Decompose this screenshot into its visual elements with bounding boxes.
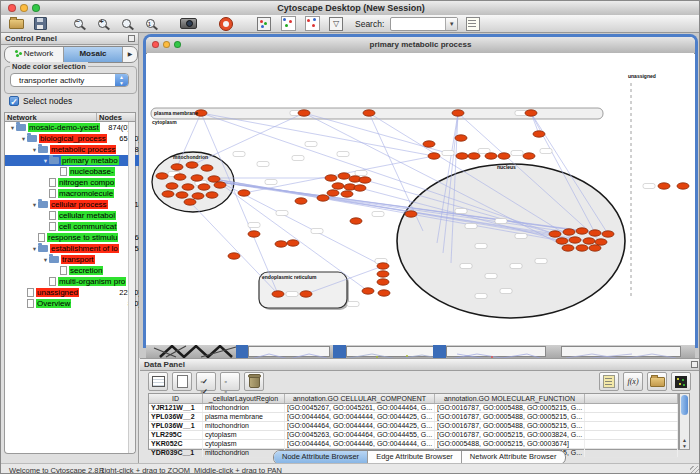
search-input[interactable]: ▼ (390, 17, 458, 31)
help-button[interactable] (217, 17, 235, 31)
network-node[interactable] (275, 241, 287, 247)
network-node[interactable] (533, 131, 545, 137)
network-node[interactable] (162, 191, 174, 197)
function-builder-button[interactable]: f(x) (623, 372, 643, 391)
network-node[interactable] (576, 245, 588, 251)
network-node[interactable] (468, 153, 480, 159)
zoom-selected-button[interactable] (117, 17, 135, 31)
open-session-button[interactable] (7, 17, 25, 31)
network-view-titlebar[interactable]: primary metabolic process (146, 37, 695, 54)
network-node[interactable] (350, 218, 362, 224)
vizmapper-button[interactable] (255, 17, 273, 31)
network-node[interactable] (176, 192, 188, 198)
create-attribute-button[interactable] (172, 372, 192, 391)
network-node[interactable] (602, 231, 614, 237)
frame-close-icon[interactable] (152, 41, 159, 48)
float-panel-icon[interactable] (128, 35, 135, 42)
expand-triangle-icon[interactable]: ▼ (42, 257, 49, 263)
network-node[interactable] (428, 153, 440, 159)
network-node[interactable] (423, 141, 435, 147)
frame-minimize-icon[interactable] (163, 41, 170, 48)
network-node[interactable] (549, 231, 561, 237)
network-node[interactable] (214, 182, 226, 188)
network-node[interactable] (658, 183, 670, 189)
network-node[interactable] (186, 162, 198, 168)
window-fragment[interactable] (446, 346, 546, 357)
network-node[interactable] (525, 110, 537, 116)
network-node[interactable] (456, 153, 468, 159)
frame-maximize-icon[interactable] (174, 41, 181, 48)
network-node[interactable] (377, 279, 389, 285)
network-node[interactable] (182, 184, 194, 190)
network-node[interactable] (589, 230, 601, 236)
table-scrollbar[interactable]: ▲▼ (679, 393, 690, 450)
network-node[interactable] (378, 290, 390, 296)
tree-item[interactable]: ▼biological_process651(0) (5, 133, 143, 144)
network-node[interactable] (191, 175, 203, 181)
network-node[interactable] (362, 288, 374, 294)
network-node[interactable] (156, 173, 168, 179)
network-node[interactable] (455, 135, 467, 141)
tab-mosaic[interactable]: Mosaic (64, 47, 123, 62)
column-header[interactable]: ID (149, 394, 203, 403)
annotation-pad-button[interactable] (599, 372, 619, 391)
network-node[interactable] (338, 173, 350, 179)
network-node[interactable] (498, 153, 510, 159)
table-row[interactable]: YPL036W__2plasma membrane[GO:0044464, GO… (149, 413, 678, 422)
expand-triangle-icon[interactable]: ▼ (9, 125, 16, 131)
float-panel-icon[interactable] (691, 361, 698, 368)
network-node[interactable] (377, 271, 389, 277)
tab-overflow-arrow[interactable]: ▶ (123, 47, 137, 62)
select-nodes-checkbox[interactable]: ✓ (9, 96, 19, 106)
node-color-dropdown[interactable]: transporter activity ▲▼ (10, 73, 129, 87)
network-node[interactable] (171, 164, 183, 170)
attribute-table-button[interactable] (148, 372, 168, 391)
zoom-fit-button[interactable]: 1 (141, 17, 159, 31)
column-header[interactable]: annotation.GO MOLECULAR_FUNCTION (435, 394, 585, 403)
network-node[interactable] (248, 231, 260, 237)
network-node[interactable] (363, 110, 375, 116)
filters-button[interactable]: ▽ (327, 17, 345, 31)
network-node[interactable] (198, 184, 210, 190)
network-node[interactable] (208, 176, 220, 182)
network-node[interactable] (192, 193, 204, 199)
network-node[interactable] (377, 263, 389, 269)
table-row[interactable]: YLR295Ccytoplasm[GO:0045263, GO:0044464,… (149, 431, 678, 440)
window-fragment[interactable] (346, 346, 441, 357)
minimize-icon[interactable] (20, 4, 28, 12)
tree-item[interactable]: Overview8(0) (5, 298, 143, 309)
network-node[interactable] (174, 174, 186, 180)
network-node[interactable] (295, 198, 307, 204)
network-node[interactable] (452, 110, 464, 116)
tree-item[interactable]: unassigned223(0) (5, 287, 143, 298)
expand-triangle-icon[interactable]: ▼ (31, 246, 38, 252)
zoom-out-button[interactable]: − (69, 17, 87, 31)
attribute-matrix-button[interactable] (671, 372, 691, 391)
table-row[interactable]: YPL036W__1mitochondrion[GO:0044464, GO:0… (149, 422, 678, 431)
expand-triangle-icon[interactable]: ▼ (42, 158, 49, 164)
save-session-button[interactable] (31, 17, 49, 31)
zoom-in-button[interactable]: + (93, 17, 111, 31)
window-fragment[interactable] (561, 346, 681, 357)
network-node[interactable] (325, 175, 337, 181)
network-node[interactable] (523, 153, 535, 159)
resize-grip[interactable] (690, 466, 700, 474)
network-node[interactable] (359, 177, 371, 183)
network-node[interactable] (589, 245, 601, 251)
column-header[interactable]: annotation.GO CELLULAR_COMPONENT (285, 394, 435, 403)
network-node[interactable] (563, 229, 575, 235)
tab-network[interactable]: Network (5, 47, 64, 62)
network-node[interactable] (238, 190, 250, 196)
table-row[interactable]: YJR121W__1mitochondrion[GO:0045267, GO:0… (149, 404, 678, 413)
maximize-icon[interactable] (32, 4, 40, 12)
network-node[interactable] (556, 238, 568, 244)
table-row[interactable]: YKR052Ccytoplasm[GO:0044464, GO:0044446,… (149, 440, 678, 449)
network-node[interactable] (184, 199, 196, 205)
select-attributes-button[interactable]: ▫✓▫✓ (196, 372, 216, 391)
import-attributes-button[interactable] (647, 372, 667, 391)
column-header[interactable]: _cellularLayoutRegion (203, 394, 285, 403)
window-fragment[interactable] (248, 346, 330, 357)
scrollbar-thumb[interactable] (681, 395, 688, 415)
network-node[interactable] (341, 191, 353, 197)
close-icon[interactable] (8, 4, 16, 12)
